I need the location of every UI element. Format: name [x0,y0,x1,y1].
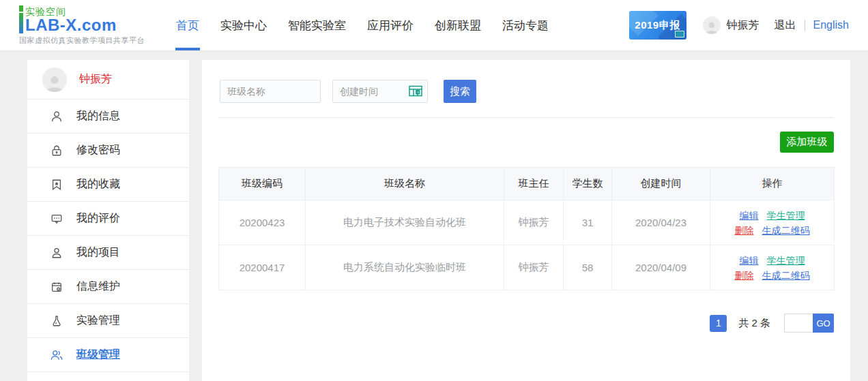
nav-item-home[interactable]: 首页 [176,0,199,50]
sidebar-item-label: 我的收藏 [76,177,120,192]
nav-item-innovation-alliance[interactable]: 创新联盟 [435,0,481,50]
sidebar-item-label: 我的信息 [76,109,120,123]
bookmark-star-icon [50,178,63,192]
person-silhouette-icon [44,74,65,92]
main-nav: 首页 实验中心 智能实验室 应用评价 创新联盟 活动专题 [176,0,570,50]
language-link[interactable]: English [813,19,849,31]
table-row: 20200423 电力电子技术实验自动化班 钟振芳 31 2020/04/23 … [219,200,835,245]
add-class-button[interactable]: 添加班级 [780,132,834,153]
student-management-link[interactable]: 学生管理 [767,210,805,221]
pagination: 1 共 2 条 GO [218,314,834,333]
sidebar-item-label: 我的项目 [76,245,120,260]
nav-item-app-evaluation[interactable]: 应用评价 [367,0,414,50]
search-bar: 搜索 [218,80,834,103]
logo-en-text: LAB-X.com [25,17,117,33]
main-panel: 搜索 添加班级 班级编码 班级名称 班主任 学生数 创建时间 操作 202004… [202,60,850,381]
person-silhouette-icon [704,20,719,34]
logo-i-glyph [19,5,23,33]
users-icon [50,348,63,362]
sidebar-item-my-favorites[interactable]: 我的收藏 [27,168,189,202]
col-header-class-code: 班级编码 [219,168,306,200]
project-user-icon [50,246,63,260]
sidebar-username: 钟振芳 [79,72,112,87]
go-button[interactable]: GO [813,314,834,333]
col-header-teacher: 班主任 [504,168,564,200]
logo-mark: 实验空间 LAB-X.com [19,5,156,33]
sidebar-item-label: 班级管理 [76,348,120,362]
cell-actions: 编辑学生管理 删除生成二维码 [710,245,835,290]
table-header-row: 班级编码 班级名称 班主任 学生数 创建时间 操作 [219,168,835,200]
sidebar-item-label: 我的评价 [76,211,120,226]
sidebar-item-my-reviews[interactable]: 我的评价 [27,202,189,236]
sidebar-item-class-management[interactable]: 班级管理 [27,338,189,372]
nav-item-activity-topics[interactable]: 活动专题 [502,0,549,50]
lock-icon [50,144,63,157]
class-name-input[interactable] [220,80,321,103]
col-header-class-name: 班级名称 [306,168,504,200]
page-number-button[interactable]: 1 [710,315,727,332]
cell-teacher: 钟振芳 [504,245,564,290]
sidebar-item-experiment-management[interactable]: 实验管理 [27,304,189,338]
cell-student-count: 31 [564,200,612,245]
student-management-link[interactable]: 学生管理 [767,255,805,266]
edit-link[interactable]: 编辑 [740,255,759,266]
total-count-label: 共 2 条 [738,317,770,330]
nav-item-smart-lab[interactable]: 智能实验室 [288,0,346,50]
goto-page-input[interactable] [784,314,813,333]
sidebar-item-label: 信息维护 [76,279,120,294]
cell-class-name: 电力电子技术实验自动化班 [306,200,504,245]
sidebar-item-label: 实验管理 [76,314,120,328]
divider [805,20,805,31]
table-row: 20200417 电力系统自动化实验临时班 钟振芳 58 2020/04/09 … [219,245,835,290]
logo-cn-text: 实验空间 [25,7,117,16]
sidebar-item-label: 修改密码 [76,143,120,157]
col-header-actions: 操作 [710,168,835,200]
delete-link[interactable]: 删除 [735,270,754,281]
sidebar-item-my-projects[interactable]: 我的项目 [27,236,189,270]
generate-qrcode-link[interactable]: 生成二维码 [762,270,810,281]
delete-link[interactable]: 删除 [735,225,754,236]
monitor-icon [675,31,684,37]
header-username[interactable]: 钟振芳 [727,18,760,33]
user-icon [50,110,63,123]
sidebar: 钟振芳 我的信息 修改密码 我的收藏 我的评价 [27,60,189,381]
banner-label: 2019申报 [635,19,680,32]
cell-class-name: 电力系统自动化实验临时班 [306,245,504,290]
calendar-picker-icon[interactable] [409,85,422,100]
page: 实验空间 LAB-X.com 国家虚拟仿真实验教学项目共享平台 首页 实验中心 … [0,0,868,381]
cell-actions: 编辑学生管理 删除生成二维码 [710,200,835,245]
search-button[interactable]: 搜索 [444,80,476,103]
nav-item-experiment-center[interactable]: 实验中心 [220,0,267,50]
top-header: 实验空间 LAB-X.com 国家虚拟仿真实验教学项目共享平台 首页 实验中心 … [0,0,868,51]
col-header-create-time: 创建时间 [612,168,710,200]
col-header-student-count: 学生数 [564,168,612,200]
cell-class-code: 20200423 [219,200,306,245]
site-logo[interactable]: 实验空间 LAB-X.com 国家虚拟仿真实验教学项目共享平台 [19,5,156,46]
calendar-gear-icon [50,280,63,294]
sidebar-item-my-info[interactable]: 我的信息 [27,100,189,134]
banner-2019-declare[interactable]: 2019申报 [629,11,686,40]
edit-link[interactable]: 编辑 [740,210,759,221]
logo-tagline: 国家虚拟仿真实验教学项目共享平台 [19,35,156,46]
sidebar-avatar [42,67,67,92]
section-divider [218,117,834,118]
logout-link[interactable]: 退出 [775,18,796,33]
cell-teacher: 钟振芳 [504,200,564,245]
comment-icon [50,212,63,226]
sidebar-profile: 钟振芳 [27,60,189,100]
header-right: 2019申报 钟振芳 退出 English [629,11,849,40]
user-avatar[interactable] [703,16,721,34]
class-table: 班级编码 班级名称 班主任 学生数 创建时间 操作 20200423 电力电子技… [218,167,835,290]
cell-create-time: 2020/04/23 [612,200,710,245]
sidebar-item-info-maintenance[interactable]: 信息维护 [27,270,189,304]
flask-icon [50,314,63,328]
cell-create-time: 2020/04/09 [612,245,710,290]
cell-student-count: 58 [564,245,612,290]
generate-qrcode-link[interactable]: 生成二维码 [762,225,810,236]
create-time-field [332,80,428,103]
sidebar-item-change-password[interactable]: 修改密码 [27,134,189,168]
cell-class-code: 20200417 [219,245,306,290]
